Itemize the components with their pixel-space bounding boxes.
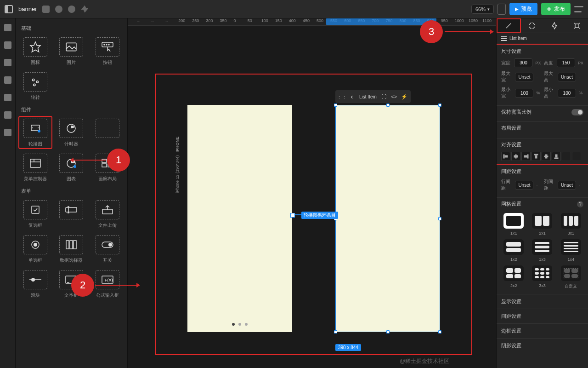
toolbar-drag-icon[interactable]: ⋮⋮ — [337, 92, 346, 101]
artboard-carousel[interactable] — [187, 105, 292, 332]
align-center-h[interactable] — [511, 152, 520, 161]
toolbar-code-icon[interactable]: <> — [390, 92, 399, 101]
project-title: banner — [18, 6, 37, 12]
row-gap-input[interactable] — [515, 181, 533, 190]
props-tab-advanced[interactable] — [565, 18, 588, 33]
help-icon[interactable]: ? — [577, 201, 583, 207]
component-image[interactable]: 图片 — [54, 34, 88, 68]
section-border[interactable]: 边框设置 — [497, 323, 588, 338]
grid-custom[interactable]: 自定义 — [559, 265, 583, 289]
section-align: 对齐设置 — [501, 141, 583, 148]
rail-list-icon[interactable] — [4, 129, 11, 136]
annotation-arrow-3 — [445, 31, 492, 32]
svg-rect-22 — [32, 206, 39, 213]
width-input[interactable] — [514, 58, 532, 67]
ruler-horizontal: .........2002503003500501001504004505005… — [128, 18, 496, 26]
header-bolt-icon[interactable] — [81, 6, 88, 13]
rail-layers-icon[interactable] — [4, 76, 11, 84]
canvas[interactable]: .........2002503003500501001504004505005… — [128, 18, 496, 368]
component-placeholder[interactable] — [90, 116, 124, 149]
toolbar-back-icon[interactable] — [347, 92, 356, 101]
svg-rect-41 — [575, 24, 579, 28]
component-chart[interactable]: 图表 — [54, 151, 88, 184]
distribute-h[interactable] — [562, 152, 571, 161]
size-badge: 390 x 844 — [335, 344, 361, 351]
floating-toolbar: ⋮⋮ List Item ⛶ <> ⚡ — [335, 90, 411, 103]
props-tab-action[interactable] — [543, 18, 566, 33]
toolbar-element-name[interactable]: List Item — [357, 94, 379, 99]
svg-marker-40 — [552, 23, 557, 29]
props-tab-style[interactable] — [497, 18, 521, 33]
distribute-v[interactable] — [572, 152, 581, 161]
section-display[interactable]: 显示设置 — [497, 294, 588, 309]
component-menu-controller[interactable]: 菜单控制器 — [18, 151, 52, 184]
component-timer[interactable]: 计时器 — [54, 116, 88, 149]
device-preview-icon[interactable] — [498, 4, 506, 15]
section-title-basic: 基础 — [18, 21, 124, 34]
minw-input[interactable] — [515, 89, 533, 98]
grid-1x1[interactable]: 1x1 — [501, 213, 526, 236]
carousel-dots — [232, 323, 248, 326]
grid-3x1[interactable]: 3x1 — [559, 213, 583, 236]
header-tool-icon[interactable] — [55, 6, 62, 13]
component-button[interactable]: 按钮 — [90, 34, 124, 68]
component-carousel[interactable]: 轮播图 — [18, 116, 52, 149]
rail-layout-icon[interactable] — [4, 111, 11, 119]
watermark: @稀土掘金技术社区 — [400, 357, 449, 365]
toolbar-expand-icon[interactable]: ⛶ — [379, 92, 389, 101]
component-text-input[interactable] — [54, 197, 88, 230]
component-data-picker[interactable]: 数据选择器 — [54, 232, 88, 265]
component-icon-star[interactable]: 图标 — [18, 34, 52, 68]
app-logo-icon[interactable] — [5, 5, 13, 13]
grid-2x2[interactable]: 2x2 — [501, 265, 526, 289]
toolbar-bolt-icon[interactable]: ⚡ — [400, 92, 409, 101]
rail-pin-icon[interactable] — [4, 94, 11, 101]
maxw-input[interactable] — [515, 73, 533, 81]
artboard-list-item[interactable] — [335, 105, 440, 332]
svg-point-5 — [108, 44, 109, 45]
rail-cube-icon[interactable] — [4, 24, 11, 31]
grid-1x2[interactable]: 1x2 — [501, 239, 526, 262]
left-icon-rail — [0, 18, 16, 368]
grid-3x3[interactable]: 3x3 — [530, 265, 554, 289]
svg-rect-19 — [102, 164, 107, 167]
maxh-input[interactable] — [558, 73, 576, 81]
align-bottom[interactable] — [552, 152, 561, 161]
publish-button[interactable]: 发布 — [541, 3, 571, 15]
component-slider[interactable]: 滑块 — [18, 267, 52, 300]
preview-button[interactable]: 预览 — [509, 3, 537, 15]
zoom-select[interactable]: 66% — [471, 5, 494, 14]
height-input[interactable] — [557, 58, 575, 67]
annotation-marker-2: 2 — [71, 274, 94, 297]
grid-1x4[interactable]: 1x4 — [559, 239, 583, 262]
svg-rect-12 — [30, 159, 40, 167]
component-rotate[interactable]: 轮转 — [18, 69, 52, 103]
align-left[interactable] — [501, 152, 510, 161]
annotation-marker-1: 1 — [107, 149, 130, 172]
align-center-v[interactable] — [542, 152, 551, 161]
header-tool-icon[interactable] — [42, 6, 50, 13]
settings-icon[interactable] — [574, 6, 583, 12]
component-switch[interactable]: 开关 — [90, 232, 124, 265]
component-checkbox[interactable]: 复选框 — [18, 197, 52, 230]
section-padding[interactable]: 间距设置 — [497, 309, 588, 323]
component-radio[interactable]: 单选框 — [18, 232, 52, 265]
rail-tree-icon[interactable] — [4, 41, 11, 49]
svg-rect-49 — [535, 155, 537, 158]
align-top[interactable] — [531, 152, 541, 161]
component-file-upload[interactable]: 文件上传 — [90, 197, 124, 230]
minh-input[interactable] — [558, 89, 576, 98]
section-shadow[interactable]: 阴影设置 — [497, 338, 588, 353]
grid-1x3[interactable]: 1x3 — [530, 239, 554, 262]
col-gap-input[interactable] — [558, 181, 576, 190]
props-breadcrumb[interactable]: List Item — [497, 33, 588, 44]
svg-rect-52 — [554, 158, 558, 159]
rail-grid-icon[interactable] — [4, 59, 11, 66]
props-tab-layout[interactable] — [521, 18, 543, 33]
grid-2x1[interactable]: 2x1 — [530, 213, 554, 236]
svg-rect-53 — [555, 155, 557, 157]
align-right[interactable] — [521, 152, 531, 161]
aspect-lock-toggle[interactable] — [571, 109, 583, 115]
header-tool-icon[interactable] — [68, 6, 75, 13]
component-formula-input[interactable]: F(X) 公式输入框 — [90, 267, 124, 300]
